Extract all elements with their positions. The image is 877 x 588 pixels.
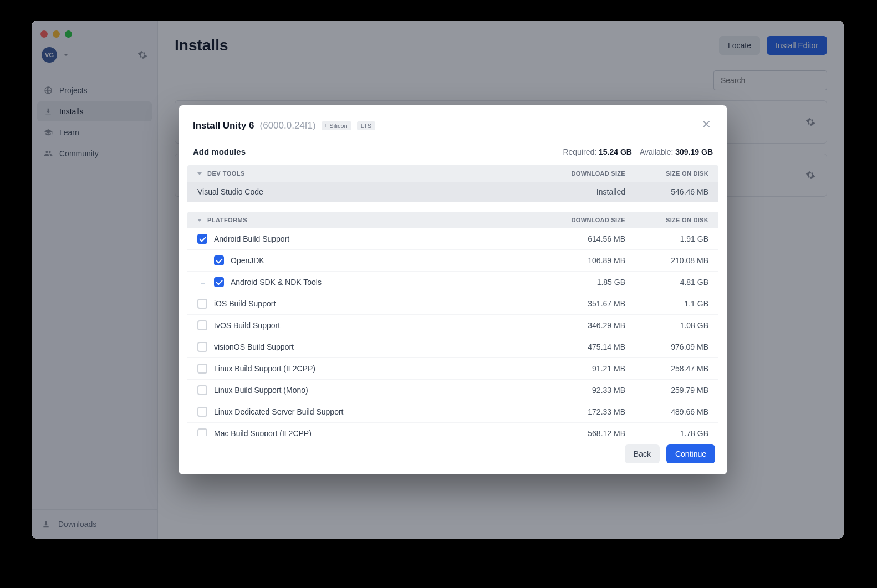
module-download-size: Installed — [542, 187, 625, 196]
disk-space-info: Required: 15.24 GB Available: 309.19 GB — [563, 147, 713, 156]
module-disk-size: 1.1 GB — [625, 299, 708, 308]
col-download: DOWNLOAD SIZE — [542, 217, 625, 223]
modal-version: (6000.0.24f1) — [260, 120, 316, 131]
module-name: tvOS Build Support — [214, 321, 280, 330]
module-download-size: 1.85 GB — [542, 278, 625, 287]
back-button[interactable]: Back — [625, 444, 660, 463]
module-disk-size: 210.08 MB — [625, 256, 708, 265]
lts-badge: LTS — [357, 121, 375, 130]
module-disk-size: 489.66 MB — [625, 407, 708, 416]
module-name: OpenJDK — [231, 256, 264, 265]
module-disk-size: 546.46 MB — [625, 187, 708, 196]
module-row[interactable]: Linux Build Support (IL2CPP) 91.21 MB 25… — [187, 358, 718, 380]
module-download-size: 91.21 MB — [542, 364, 625, 373]
add-modules-label: Add modules — [193, 147, 246, 156]
module-disk-size: 259.79 MB — [625, 386, 708, 395]
close-button[interactable] — [700, 117, 713, 134]
module-row[interactable]: Android Build Support 614.56 MB 1.91 GB — [187, 228, 718, 250]
chevron-down-icon — [197, 219, 202, 222]
module-checkbox[interactable] — [197, 299, 207, 309]
module-disk-size: 1.08 GB — [625, 321, 708, 330]
module-row[interactable]: Visual Studio Code Installed 546.46 MB — [187, 182, 718, 202]
module-checkbox[interactable] — [214, 277, 224, 287]
module-name: Android SDK & NDK Tools — [231, 278, 322, 287]
section-title: PLATFORMS — [207, 217, 247, 223]
module-row[interactable]: Mac Build Support (IL2CPP) 568.12 MB 1.7… — [187, 423, 718, 436]
module-download-size: 346.29 MB — [542, 321, 625, 330]
modules-list[interactable]: DEV TOOLS DOWNLOAD SIZE SIZE ON DISK Vis… — [179, 164, 727, 436]
module-download-size: 92.33 MB — [542, 386, 625, 395]
module-checkbox[interactable] — [197, 320, 207, 330]
module-download-size: 172.33 MB — [542, 407, 625, 416]
module-row[interactable]: Linux Build Support (Mono) 92.33 MB 259.… — [187, 380, 718, 401]
module-download-size: 475.14 MB — [542, 342, 625, 351]
module-disk-size: 1.78 GB — [625, 429, 708, 436]
module-name: Mac Build Support (IL2CPP) — [214, 429, 312, 436]
module-row[interactable]: iOS Build Support 351.67 MB 1.1 GB — [187, 293, 718, 315]
module-disk-size: 258.47 MB — [625, 364, 708, 373]
section-title: DEV TOOLS — [207, 170, 245, 177]
col-disk: SIZE ON DISK — [625, 217, 708, 223]
section-header[interactable]: DEV TOOLS DOWNLOAD SIZE SIZE ON DISK — [187, 165, 718, 182]
module-row[interactable]: Android SDK & NDK Tools 1.85 GB 4.81 GB — [187, 272, 718, 293]
module-disk-size: 1.91 GB — [625, 234, 708, 243]
module-name: Android Build Support — [214, 234, 289, 243]
module-row[interactable]: OpenJDK 106.89 MB 210.08 MB — [187, 250, 718, 272]
apple-icon:  — [325, 122, 328, 129]
module-checkbox[interactable] — [197, 428, 207, 436]
module-name: visionOS Build Support — [214, 342, 294, 351]
module-checkbox[interactable] — [197, 407, 207, 417]
module-download-size: 614.56 MB — [542, 234, 625, 243]
col-disk: SIZE ON DISK — [625, 170, 708, 177]
module-row[interactable]: Linux Dedicated Server Build Support 172… — [187, 401, 718, 423]
module-download-size: 106.89 MB — [542, 256, 625, 265]
silicon-badge: Silicon — [322, 121, 351, 130]
module-checkbox[interactable] — [197, 385, 207, 395]
module-checkbox[interactable] — [197, 342, 207, 352]
module-checkbox[interactable] — [197, 234, 207, 244]
module-name: Linux Build Support (IL2CPP) — [214, 364, 315, 373]
module-download-size: 568.12 MB — [542, 429, 625, 436]
close-icon — [702, 120, 711, 129]
modal-title: Install Unity 6 — [193, 120, 254, 131]
section-header[interactable]: PLATFORMS DOWNLOAD SIZE SIZE ON DISK — [187, 212, 718, 228]
col-download: DOWNLOAD SIZE — [542, 170, 625, 177]
module-disk-size: 976.09 MB — [625, 342, 708, 351]
chevron-down-icon — [197, 172, 202, 175]
continue-button[interactable]: Continue — [666, 444, 715, 463]
module-disk-size: 4.81 GB — [625, 278, 708, 287]
module-checkbox[interactable] — [214, 255, 224, 265]
module-row[interactable]: visionOS Build Support 475.14 MB 976.09 … — [187, 336, 718, 358]
module-name: iOS Build Support — [214, 299, 276, 308]
install-modules-modal: Install Unity 6 (6000.0.24f1) Silicon L… — [179, 105, 727, 474]
module-name: Linux Build Support (Mono) — [214, 386, 308, 395]
module-checkbox[interactable] — [197, 364, 207, 374]
module-name: Linux Dedicated Server Build Support — [214, 407, 343, 416]
module-row[interactable]: tvOS Build Support 346.29 MB 1.08 GB — [187, 315, 718, 336]
module-name: Visual Studio Code — [197, 187, 263, 196]
module-download-size: 351.67 MB — [542, 299, 625, 308]
